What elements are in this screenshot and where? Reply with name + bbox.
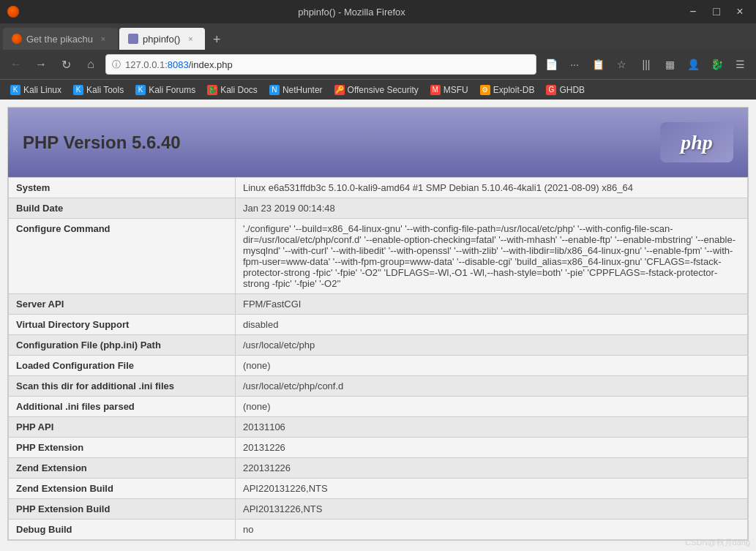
phpinfo-key-0: System xyxy=(9,178,236,198)
phpinfo-value-6: (none) xyxy=(236,356,748,376)
bookmarks-bar: K Kali Linux K Kali Tools K Kali Forums … xyxy=(0,79,756,100)
bookmark-nethunter[interactable]: N NetHunter xyxy=(265,83,327,97)
phpinfo-key-12: Zend Extension Build xyxy=(9,479,236,499)
forward-button[interactable]: → xyxy=(31,54,51,75)
phpinfo-value-11: 220131226 xyxy=(236,458,748,479)
library-button[interactable]: ||| xyxy=(636,54,656,75)
bookmark-msfu[interactable]: M MSFU xyxy=(426,83,473,97)
phpinfo-value-2: './configure' '--build=x86_64-linux-gnu'… xyxy=(236,219,748,294)
phpinfo-value-14: no xyxy=(236,520,748,540)
bookmark-kali-linux-label: Kali Linux xyxy=(23,85,61,95)
back-button[interactable]: ← xyxy=(6,54,26,75)
sidebar-button[interactable]: ▦ xyxy=(659,54,680,75)
lock-icon: ⓘ xyxy=(112,59,121,71)
reload-button[interactable]: ↻ xyxy=(56,54,76,75)
firefox-icon xyxy=(7,6,19,18)
kali-tools-icon: K xyxy=(73,85,83,95)
tab-pikachu[interactable]: Get the pikachu × xyxy=(3,28,118,50)
phpinfo-key-11: Zend Extension xyxy=(9,458,236,479)
minimize-button[interactable]: − xyxy=(684,3,702,20)
kali-forums-icon: K xyxy=(135,85,146,95)
close-button[interactable]: × xyxy=(731,3,749,20)
phpinfo-value-5: /usr/local/etc/php xyxy=(236,335,748,356)
phpinfo-key-7: Scan this dir for additional .ini files xyxy=(9,376,236,397)
nav-icons: 📄 ··· 📋 ☆ xyxy=(541,54,632,75)
bookmark-offensive-security[interactable]: 🔑 Offensive Security xyxy=(330,83,423,97)
phpinfo-value-9: 20131106 xyxy=(236,417,748,438)
bookmark-kali-docs[interactable]: 🐉 Kali Docs xyxy=(203,83,262,97)
tabbar: Get the pikachu × phpinfo() × + xyxy=(0,23,756,50)
titlebar-left xyxy=(7,6,19,18)
phpinfo-value-7: /usr/local/etc/php/conf.d xyxy=(236,376,748,397)
phpinfo-key-4: Virtual Directory Support xyxy=(9,315,236,335)
bookmark-star-button[interactable]: ☆ xyxy=(611,54,632,75)
bookmark-offensive-security-label: Offensive Security xyxy=(348,85,419,95)
titlebar-title: phpinfo() - Mozilla Firefox xyxy=(19,7,684,18)
ghdb-icon: G xyxy=(546,85,556,95)
maximize-button[interactable]: □ xyxy=(708,3,725,20)
phpinfo-page: PHP Version 5.6.40 php SystemLinux e6a53… xyxy=(7,107,749,541)
phpinfo-table: SystemLinux e6a531ffdb3c 5.10.0-kali9-am… xyxy=(8,177,748,540)
tab-phpinfo-label: phpinfo() xyxy=(143,34,180,45)
more-button[interactable]: ··· xyxy=(564,54,585,75)
phpinfo-title: PHP Version 5.6.40 xyxy=(23,132,181,153)
phpinfo-header: PHP Version 5.6.40 php xyxy=(8,108,748,177)
nethunter-icon: N xyxy=(269,85,280,95)
kali-button[interactable]: 🐉 xyxy=(706,54,727,75)
tab-pikachu-close[interactable]: × xyxy=(97,33,109,45)
reader-mode-button[interactable]: 📄 xyxy=(541,54,561,75)
phpinfo-key-6: Loaded Configuration File xyxy=(9,356,236,376)
phpinfo-value-12: API220131226,NTS xyxy=(236,479,748,499)
right-nav-icons: ||| ▦ 👤 🐉 ☰ xyxy=(636,54,750,75)
tab-phpinfo[interactable]: phpinfo() × xyxy=(119,28,205,50)
home-button[interactable]: ⌂ xyxy=(81,54,101,75)
msfu-icon: M xyxy=(430,85,441,95)
bookmark-ghdb[interactable]: G GHDB xyxy=(542,83,589,97)
bookmark-msfu-label: MSFU xyxy=(444,85,468,95)
watermark: CSDN@秋月dang xyxy=(685,537,750,548)
bookmark-nethunter-label: NetHunter xyxy=(282,85,323,95)
bookmark-kali-forums-label: Kali Forums xyxy=(149,85,195,95)
phpinfo-value-13: API20131226,NTS xyxy=(236,499,748,520)
tab-pikachu-label: Get the pikachu xyxy=(26,34,93,45)
kali-linux-icon: K xyxy=(10,85,20,95)
phpinfo-key-9: PHP API xyxy=(9,417,236,438)
tab-phpinfo-close[interactable]: × xyxy=(184,33,196,45)
phpinfo-key-10: PHP Extension xyxy=(9,438,236,458)
phpinfo-key-5: Configuration File (php.ini) Path xyxy=(9,335,236,356)
phpinfo-key-13: PHP Extension Build xyxy=(9,499,236,520)
url-text: 127.0.0.1:8083/index.php xyxy=(125,59,530,70)
phpinfo-value-3: FPM/FastCGI xyxy=(236,294,748,315)
bookmark-kali-linux[interactable]: K Kali Linux xyxy=(6,83,66,97)
bookmark-kali-docs-label: Kali Docs xyxy=(220,85,258,95)
phpinfo-key-3: Server API xyxy=(9,294,236,315)
bookmark-kali-tools-label: Kali Tools xyxy=(86,85,124,95)
sync-button[interactable]: 👤 xyxy=(683,54,703,75)
new-tab-button[interactable]: + xyxy=(206,29,227,50)
phpinfo-key-14: Debug Build xyxy=(9,520,236,540)
titlebar-controls: − □ × xyxy=(684,3,749,20)
phpinfo-key-8: Additional .ini files parsed xyxy=(9,397,236,417)
navbar: ← → ↻ ⌂ ⓘ 127.0.0.1:8083/index.php 📄 ···… xyxy=(0,50,756,79)
tab-phpinfo-icon xyxy=(128,34,138,44)
menu-button[interactable]: ☰ xyxy=(730,54,750,75)
phpinfo-value-1: Jan 23 2019 00:14:48 xyxy=(236,198,748,219)
bookmark-kali-forums[interactable]: K Kali Forums xyxy=(131,83,200,97)
phpinfo-key-1: Build Date xyxy=(9,198,236,219)
kali-docs-icon: 🐉 xyxy=(207,85,217,95)
phpinfo-value-4: disabled xyxy=(236,315,748,335)
bookmark-ghdb-label: GHDB xyxy=(559,85,585,95)
bookmark-exploit-db-label: Exploit-DB xyxy=(493,85,535,95)
offensive-security-icon: 🔑 xyxy=(334,85,345,95)
phpinfo-value-10: 20131226 xyxy=(236,438,748,458)
bookmark-kali-tools[interactable]: K Kali Tools xyxy=(69,83,128,97)
phpinfo-value-0: Linux e6a531ffdb3c 5.10.0-kali9-amd64 #1… xyxy=(236,178,748,198)
php-logo: php xyxy=(660,122,733,162)
content-area: PHP Version 5.6.40 php SystemLinux e6a53… xyxy=(0,100,756,551)
titlebar: phpinfo() - Mozilla Firefox − □ × xyxy=(0,0,756,23)
tab-icon xyxy=(12,34,22,44)
address-bar[interactable]: ⓘ 127.0.0.1:8083/index.php xyxy=(105,54,536,75)
exploit-db-icon: ⚙ xyxy=(480,85,490,95)
bookmark-exploit-db[interactable]: ⚙ Exploit-DB xyxy=(476,83,539,97)
pocket-button[interactable]: 📋 xyxy=(588,54,608,75)
